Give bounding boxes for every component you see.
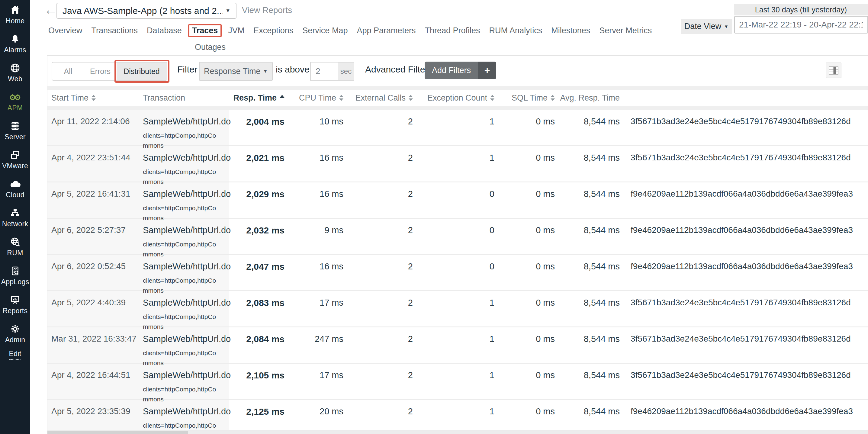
column-header-avg-resp-time[interactable]: Avg. Resp. Time: [555, 93, 620, 103]
cell-sql-time: 0 ms: [494, 400, 555, 416]
tab-app-parameters[interactable]: App Parameters: [357, 25, 415, 36]
sidebar-item-label: Admin: [5, 336, 25, 344]
column-header-start-time[interactable]: Start Time: [48, 93, 141, 103]
sort-icon: [551, 95, 555, 101]
sidebar-item-network[interactable]: Network: [0, 203, 30, 232]
cell-transaction: SampleWeb/httpUrl.doclients=httpCompo,ht…: [141, 182, 229, 223]
sidebar-item-edit[interactable]: Edit: [0, 348, 30, 377]
sidebar-item-applogs[interactable]: AppLogs: [0, 261, 30, 290]
tab-milestones[interactable]: Milestones: [551, 25, 590, 36]
sidebar-item-label: Alarms: [4, 46, 26, 54]
tab-thread-profiles[interactable]: Thread Profiles: [425, 25, 480, 36]
tab-exceptions[interactable]: Exceptions: [253, 25, 293, 36]
binoculars-icon: [9, 91, 21, 103]
date-range-input[interactable]: [734, 16, 868, 33]
tab-jvm[interactable]: JVM: [228, 25, 244, 36]
cell-cpu-time: 10 ms: [284, 110, 343, 127]
sidebar-item-label: APM: [7, 104, 23, 112]
tab-transactions[interactable]: Transactions: [92, 25, 138, 36]
plus-icon: +: [478, 62, 496, 79]
cell-trace-id: f9e46209ae112b139acdf066a4a036dbdd6e6a43…: [620, 182, 868, 199]
sidebar-item-label: Reports: [3, 307, 28, 315]
tab-server-metrics[interactable]: Server Metrics: [599, 25, 652, 36]
transaction-name: SampleWeb/httpUrl.do: [143, 225, 229, 235]
scrollbar-thumb[interactable]: [48, 431, 188, 434]
segment-distributed[interactable]: Distributed: [117, 63, 167, 80]
cell-cpu-time: 20 ms: [284, 400, 343, 416]
column-header-cpu-time[interactable]: CPU Time: [284, 93, 343, 103]
table-row[interactable]: Apr 6, 2022 0:52:45SampleWeb/httpUrl.doc…: [48, 255, 868, 291]
date-range-label: Last 30 days (till yesterday): [734, 4, 868, 16]
segment-errors[interactable]: Errors: [84, 63, 117, 80]
table-row[interactable]: Mar 31, 2022 16:33:47SampleWeb/httpUrl.d…: [48, 328, 868, 364]
column-header-transaction[interactable]: Transaction: [141, 93, 229, 103]
sidebar-item-label: RUM: [7, 249, 23, 257]
table-row[interactable]: Apr 5, 2022 23:35:39SampleWeb/httpUrl.do…: [48, 400, 868, 434]
cell-cpu-time: 247 ms: [284, 328, 343, 344]
cell-exception-count: 0: [413, 255, 494, 272]
cell-external-calls: 2: [343, 364, 413, 380]
tab-rum-analytics[interactable]: RUM Analytics: [489, 25, 542, 36]
cell-external-calls: 2: [343, 219, 413, 235]
sidebar-item-label: VMware: [2, 162, 28, 170]
server-icon: [9, 120, 21, 132]
threshold-input[interactable]: [310, 62, 338, 81]
sidebar-item-server[interactable]: Server: [0, 116, 30, 145]
cell-avg-resp-time: 8,544 ms: [555, 291, 620, 308]
transaction-name: SampleWeb/httpUrl.do: [143, 153, 229, 163]
globe-icon: [9, 62, 21, 74]
sidebar-item-web[interactable]: Web: [0, 58, 30, 87]
home-icon: [9, 4, 21, 16]
cell-avg-resp-time: 8,544 ms: [555, 182, 620, 199]
table-row[interactable]: Apr 4, 2022 16:44:51SampleWeb/httpUrl.do…: [48, 364, 868, 400]
cell-sql-time: 0 ms: [494, 182, 555, 199]
tab-overview[interactable]: Overview: [48, 25, 83, 36]
sidebar-item-rum[interactable]: RUM: [0, 232, 30, 261]
cell-cpu-time: 17 ms: [284, 364, 343, 380]
table-row[interactable]: Apr 6, 2022 5:27:37SampleWeb/httpUrl.doc…: [48, 219, 868, 255]
column-header-exception-count[interactable]: Exception Count: [413, 93, 494, 103]
cell-start-time: Apr 4, 2022 23:51:44: [48, 146, 141, 162]
sidebar-item-cloud[interactable]: Cloud: [0, 174, 30, 203]
segment-all[interactable]: All: [52, 63, 84, 80]
date-view-button[interactable]: Date View ▼: [681, 19, 732, 34]
chevron-down-icon: ▼: [724, 24, 728, 29]
back-button[interactable]: ←: [44, 3, 57, 16]
cell-transaction: SampleWeb/httpUrl.doclients=httpCompo,ht…: [141, 255, 229, 296]
sidebar-item-vmware[interactable]: VMware: [0, 145, 30, 174]
sort-icon: [339, 95, 343, 101]
transaction-name: SampleWeb/httpUrl.do: [143, 370, 229, 380]
tab-traces[interactable]: Traces: [188, 24, 222, 37]
filter-metric-select[interactable]: Response Time ▼: [199, 62, 273, 81]
sidebar-item-label: Web: [8, 75, 22, 83]
sidebar-item-reports[interactable]: Reports: [0, 290, 30, 319]
table-row[interactable]: Apr 11, 2022 2:14:06SampleWeb/httpUrl.do…: [48, 110, 868, 146]
horizontal-scrollbar[interactable]: [48, 430, 868, 434]
column-header-sql-time[interactable]: SQL Time: [494, 93, 555, 103]
cell-exception-count: 1: [413, 328, 494, 344]
cell-external-calls: 2: [343, 400, 413, 416]
tab-database[interactable]: Database: [147, 25, 182, 36]
cell-resp-time: 2,084 ms: [229, 328, 284, 344]
column-header-resp-time[interactable]: Resp. Time: [229, 93, 284, 103]
view-reports-link[interactable]: View Reports: [242, 5, 292, 15]
column-chooser-button[interactable]: [826, 63, 841, 78]
cell-transaction: SampleWeb/httpUrl.doclients=httpCompo,ht…: [141, 146, 229, 187]
cell-trace-id: f9e46209ae112b139acdf066a4a036dbdd6e6a43…: [620, 400, 868, 416]
sidebar-item-apm[interactable]: APM: [0, 87, 30, 116]
table-row[interactable]: Apr 5, 2022 4:40:39SampleWeb/httpUrl.doc…: [48, 291, 868, 328]
add-filters-button[interactable]: Add Filters +: [425, 62, 496, 79]
column-header-external-calls[interactable]: External Calls: [343, 93, 413, 103]
chevron-down-icon: ▼: [225, 8, 230, 14]
cell-sql-time: 0 ms: [494, 110, 555, 127]
app-selector-dropdown[interactable]: Java AWS-Sample-App (2 hosts and 2... ▼: [57, 3, 237, 19]
sidebar-item-admin[interactable]: Admin: [0, 319, 30, 348]
table-row[interactable]: Apr 5, 2022 16:41:31SampleWeb/httpUrl.do…: [48, 182, 868, 219]
cell-start-time: Apr 5, 2022 23:35:39: [48, 400, 141, 416]
tab-outages[interactable]: Outages: [195, 42, 226, 52]
sidebar-item-alarms[interactable]: Alarms: [0, 29, 30, 58]
table-row[interactable]: Apr 4, 2022 23:51:44SampleWeb/httpUrl.do…: [48, 146, 868, 182]
sidebar-item-home[interactable]: Home: [0, 0, 30, 29]
sidebar-item-label: AppLogs: [1, 278, 29, 286]
tab-service-map[interactable]: Service Map: [302, 25, 348, 36]
